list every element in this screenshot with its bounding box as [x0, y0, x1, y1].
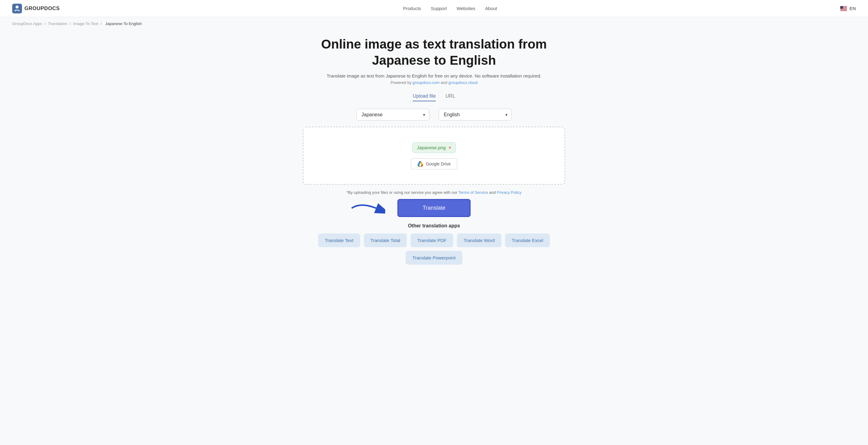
target-language-select[interactable]: English French German Spanish Italian — [439, 109, 512, 121]
source-language-select[interactable]: Japanese Chinese Korean Arabic Russian — [356, 109, 429, 121]
tos-link[interactable]: Terms of Service — [458, 190, 488, 195]
us-flag-icon — [840, 6, 847, 11]
legal-text: *By uploading your files or using our se… — [303, 190, 565, 195]
source-language-wrapper: Japanese Chinese Korean Arabic Russian ▾ — [356, 109, 429, 121]
other-apps-row: Translate Text Translate Total Translate… — [303, 234, 565, 265]
language-label: EN — [849, 6, 856, 11]
gdrive-row: Google Drive — [411, 158, 457, 169]
translate-button-row: Translate — [303, 199, 565, 217]
svg-rect-10 — [840, 10, 847, 10]
breadcrumb-groupdocs[interactable]: GroupDocs Apps — [12, 21, 42, 26]
remove-file-button[interactable]: × — [448, 146, 451, 150]
breadcrumb-translation[interactable]: Translation — [48, 21, 67, 26]
main-content: Online image as text translation from Ja… — [297, 30, 571, 283]
file-name: Japanese.png — [417, 145, 445, 150]
app-btn-translate-excel[interactable]: Translate Excel — [505, 234, 550, 247]
arrow-icon — [349, 199, 385, 217]
app-btn-translate-word[interactable]: Translate Word — [457, 234, 501, 247]
breadcrumb: GroupDocs Apps / Translation / Image-To-… — [0, 17, 868, 30]
file-chip: Japanese.png × — [412, 142, 456, 153]
target-language-wrapper: English French German Spanish Italian ▾ — [439, 109, 512, 121]
translate-button[interactable]: Translate — [397, 199, 471, 217]
navbar: GROUPDOCS Products Support Websites Abou… — [0, 0, 868, 17]
breadcrumb-image-to-text[interactable]: Image-To-Text — [73, 21, 98, 26]
app-btn-translate-pdf[interactable]: Translate PDF — [410, 234, 453, 247]
groupdocs-cloud-link[interactable]: groupdocs.cloud — [448, 80, 477, 85]
app-btn-translate-powerpoint[interactable]: Translate Powerpoint — [406, 251, 462, 265]
nav-support[interactable]: Support — [431, 6, 447, 11]
tab-url[interactable]: URL — [445, 93, 455, 101]
gdrive-label: Google Drive — [426, 161, 451, 166]
upload-tabs: Upload file URL — [303, 93, 565, 101]
svg-point-1 — [16, 5, 19, 8]
app-btn-translate-text[interactable]: Translate Text — [318, 234, 360, 247]
brand-name: GROUPDOCS — [24, 5, 60, 11]
language-selectors: Japanese Chinese Korean Arabic Russian ▾… — [303, 109, 565, 121]
groupdocs-logo-icon — [12, 4, 22, 13]
svg-rect-11 — [840, 6, 843, 9]
page-title: Online image as text translation from Ja… — [303, 36, 565, 68]
groupdocs-com-link[interactable]: groupdocs.com — [413, 80, 440, 85]
google-drive-button[interactable]: Google Drive — [411, 158, 457, 169]
svg-marker-13 — [417, 165, 420, 167]
svg-point-3 — [18, 10, 19, 11]
nav-links: Products Support Websites About — [403, 6, 497, 11]
privacy-policy-link[interactable]: Privacy Policy — [497, 190, 522, 195]
nav-about[interactable]: About — [485, 6, 497, 11]
app-btn-translate-total[interactable]: Translate Total — [364, 234, 407, 247]
svg-point-2 — [15, 10, 16, 11]
svg-rect-8 — [840, 8, 847, 9]
other-apps-title: Other translation apps — [303, 223, 565, 229]
google-drive-icon — [417, 161, 423, 167]
powered-by: Powered by groupdocs.com and groupdocs.c… — [303, 80, 565, 85]
brand-link[interactable]: GROUPDOCS — [12, 4, 60, 13]
language-selector[interactable]: EN — [840, 6, 856, 11]
nav-products[interactable]: Products — [403, 6, 421, 11]
svg-rect-9 — [840, 9, 847, 10]
hero-subtitle: Translate image as text from Japanese to… — [303, 73, 565, 79]
breadcrumb-current: Japanese To English — [105, 21, 142, 26]
svg-marker-14 — [420, 165, 423, 167]
arrow-indicator — [349, 199, 385, 217]
tab-upload-file[interactable]: Upload file — [413, 93, 436, 101]
file-drop-zone[interactable]: Japanese.png × Google Drive — [303, 127, 565, 185]
nav-websites[interactable]: Websites — [457, 6, 475, 11]
